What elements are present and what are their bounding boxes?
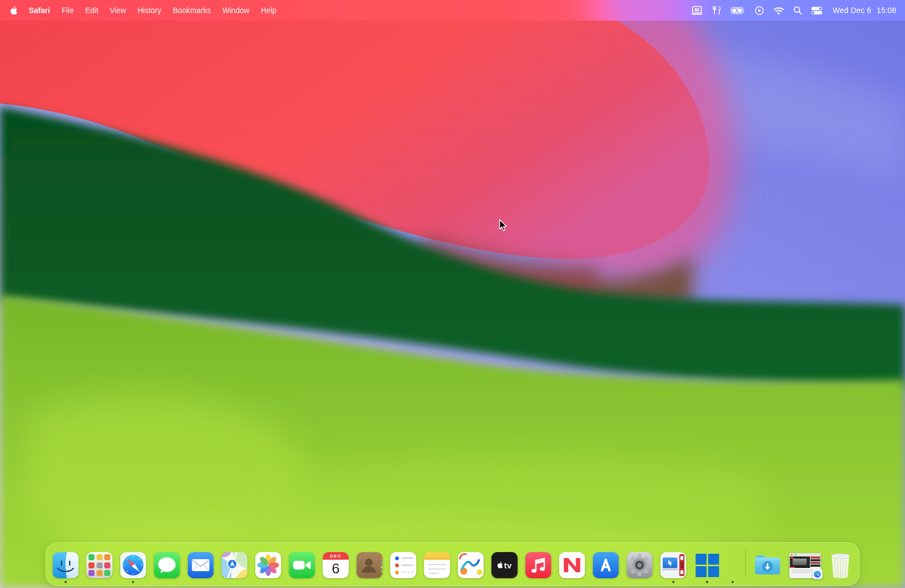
mail-icon [188,552,214,578]
maps-icon [222,552,248,578]
reminders-icon [390,552,417,578]
dock-item-windows-app[interactable] [694,552,720,578]
calendar-icon: DEC 6 [323,552,349,578]
freeform-icon [458,552,484,578]
dock-item-calendar[interactable]: DEC 6 [323,552,349,578]
running-indicator [65,581,67,583]
dock-item-apple-tv[interactable]: tv [492,552,518,578]
spotlight-search-icon[interactable] [793,6,802,15]
news-icon [559,552,585,578]
menu-history[interactable]: History [138,6,162,15]
dock-item-downloads[interactable] [754,552,782,578]
running-indicator [672,581,675,583]
dock-item-photos[interactable] [255,552,282,578]
apple-tv-label: tv [504,561,512,570]
fork-knife-icon[interactable] [712,6,721,15]
menu-bookmarks[interactable]: Bookmarks [173,6,211,15]
finder-icon [53,552,79,578]
menu-file[interactable]: File [62,6,74,15]
battery-charging-icon[interactable] [731,7,745,14]
running-indicator [132,581,134,583]
dock-item-maps[interactable] [222,552,248,578]
screen-mirroring-icon[interactable] [691,6,703,15]
calendar-day: 6 [332,560,339,578]
dock-item-trash[interactable] [829,552,853,578]
facetime-icon [289,552,315,578]
wallpaper [0,0,905,588]
dock-item-system-settings[interactable] [627,552,653,578]
dock: DEC 6 [46,542,860,586]
active-app-menu[interactable]: Safari [29,6,50,15]
photos-icon [255,552,282,578]
notes-icon [424,552,450,578]
contacts-icon [357,552,383,578]
dock-item-mail[interactable] [188,552,214,578]
menu-help[interactable]: Help [261,6,277,15]
wifi-icon[interactable] [773,7,784,15]
dock-item-freeform[interactable] [458,552,484,578]
trash-icon [829,552,853,578]
safari-badge-icon [812,569,823,579]
calendar-month: DEC [323,552,349,560]
safari-icon [120,552,146,578]
messages-icon [154,552,180,578]
downloads-folder-icon [754,552,782,578]
dock-item-music[interactable] [525,552,552,578]
music-icon [525,552,552,578]
menu-bar-clock[interactable]: 15:08 [877,6,896,15]
dock-item-minimized-safari-window[interactable] [790,553,821,578]
menu-window[interactable]: Window [222,6,249,15]
system-settings-icon [627,552,653,578]
dock-hidden-app-slot [728,552,738,578]
menu-bar-date[interactable]: Wed Dec 6 [833,6,871,15]
dock-divider [745,548,746,577]
app-store-icon [593,552,619,578]
dock-item-remote-desktop[interactable] [661,552,687,578]
dock-item-messages[interactable] [154,552,180,578]
dock-item-finder[interactable] [53,552,79,578]
apple-logo-icon[interactable] [10,6,17,15]
running-indicator [706,581,708,583]
remote-desktop-icon [661,552,687,578]
dock-item-news[interactable] [559,552,585,578]
menu-bar: Safari File Edit View History Bookmarks … [0,0,905,21]
dock-item-reminders[interactable] [390,552,417,578]
now-playing-icon[interactable] [755,6,764,15]
control-center-icon[interactable] [811,7,822,15]
launchpad-icon [87,552,113,578]
dock-item-app-store[interactable] [593,552,619,578]
menu-edit[interactable]: Edit [85,6,98,15]
apple-tv-icon: tv [492,552,518,578]
desktop: Safari File Edit View History Bookmarks … [0,0,905,588]
menu-view[interactable]: View [110,6,126,15]
windows-logo-icon [694,552,720,578]
dock-item-contacts[interactable] [357,552,383,578]
dock-item-safari[interactable] [120,552,146,578]
dock-item-facetime[interactable] [289,552,315,578]
running-indicator [732,581,734,583]
dock-item-notes[interactable] [424,552,450,578]
dock-item-launchpad[interactable] [87,552,113,578]
